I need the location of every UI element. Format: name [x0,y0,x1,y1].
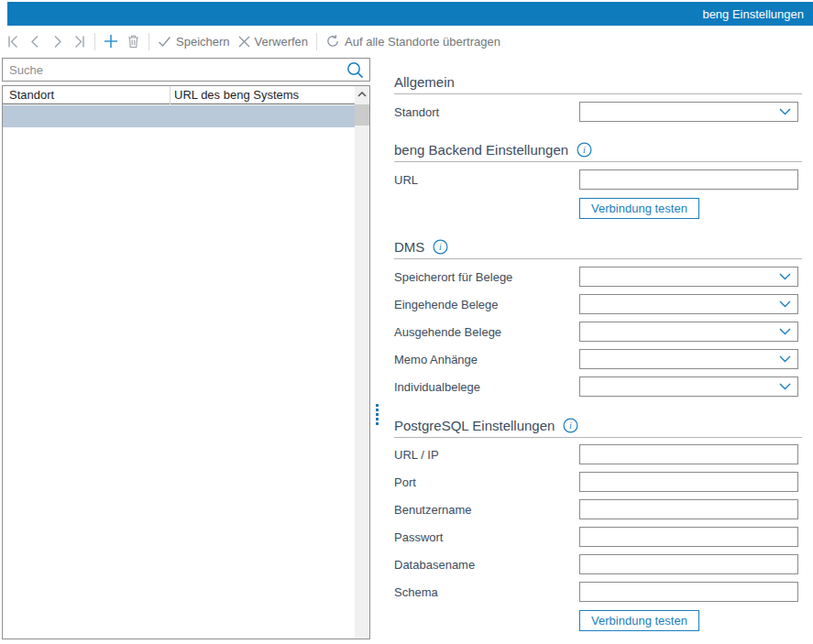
section-title-dms: DMS i [394,239,802,259]
first-record-button[interactable] [6,35,20,49]
info-icon[interactable]: i [577,142,592,158]
titlebar: beng Einstellungen [7,2,813,26]
memo-combobox[interactable] [579,349,798,369]
section-title-text: Allgemein [394,74,455,90]
svg-text:i: i [570,420,573,431]
eingehende-combobox[interactable] [579,294,798,314]
ausgehende-label: Ausgehende Belege [394,325,501,339]
memo-label: Memo Anhänge [394,353,478,366]
sync-icon [325,34,340,49]
next-record-icon [50,35,64,49]
new-record-button[interactable] [104,34,118,49]
schema-label: Schema [394,585,438,599]
url-label: URL [394,173,418,187]
last-record-button[interactable] [72,35,86,49]
section-title-text: beng Backend Einstellungen [394,142,568,158]
panel-splitter-grip[interactable] [376,404,379,426]
benutzername-label: Benutzername [394,503,472,517]
standort-combobox[interactable] [579,102,798,122]
pg-schema-input[interactable] [579,582,798,602]
section-title-backend: beng Backend Einstellungen i [394,142,802,162]
pg-port-input[interactable] [579,472,798,492]
postgresql-test-connection-button[interactable]: Verbindung testen [579,610,699,631]
grip-dot [376,422,379,425]
chevron-down-icon [779,273,791,280]
speicherort-label: Speicherort für Belege [394,270,512,284]
svg-text:i: i [439,242,442,252]
port-label: Port [394,475,416,489]
scrollbar-thumb[interactable] [355,104,369,126]
transfer-all-button[interactable]: Auf alle Standorte übertragen [325,34,500,49]
check-icon [158,36,171,48]
next-record-button[interactable] [50,35,64,49]
eingehende-label: Eingehende Belege [394,298,499,311]
section-title-allgemein: Allgemein [394,74,802,94]
field-standort: Standort [394,102,798,122]
field-speicherort: Speicherort für Belege [394,267,798,287]
field-individual: Individualbelege [394,377,798,397]
transfer-all-label: Auf alle Standorte übertragen [345,35,500,49]
column-header-url[interactable]: URL des beng Systems [170,86,355,104]
search-icon[interactable] [346,60,365,80]
field-databasename: Databasename [394,554,798,574]
speicherort-combobox[interactable] [579,267,798,287]
scroll-up-button[interactable] [355,86,369,103]
pg-password-input[interactable] [579,527,798,547]
grip-dot [376,413,379,416]
toolbar-separator [148,33,149,50]
section-title-text: PostgreSQL Einstellungen [394,418,555,433]
pg-database-input[interactable] [579,554,798,574]
page-title: beng Einstellungen [702,7,804,21]
grip-dot [376,404,379,407]
field-benutzername: Benutzername [394,499,798,519]
backend-url-input[interactable] [579,169,798,190]
info-icon[interactable]: i [563,418,578,433]
plus-icon [104,34,118,49]
grip-dot [376,409,379,411]
pg-url-ip-input[interactable] [579,444,798,464]
svg-text:i: i [583,145,586,155]
delete-record-button[interactable] [126,34,140,49]
field-ausgehende: Ausgehende Belege [394,322,798,342]
pg-username-input[interactable] [579,499,798,519]
urlip-label: URL / IP [394,448,439,462]
backend-test-connection-button[interactable]: Verbindung testen [579,198,699,219]
discard-label: Verwerfen [255,35,309,49]
individual-combobox[interactable] [579,377,798,397]
chevron-down-icon [779,383,791,390]
previous-record-icon [28,35,42,49]
search-box [2,58,370,82]
chevron-down-icon [779,300,791,308]
individual-label: Individualbelege [394,380,480,394]
field-schema: Schema [394,582,798,602]
close-x-icon [238,36,250,48]
trash-icon [126,34,140,49]
last-record-icon [72,35,86,49]
field-eingehende: Eingehende Belege [394,294,798,314]
field-backend-url: URL [394,169,798,190]
previous-record-button[interactable] [28,35,42,49]
field-passwort: Passwort [394,527,798,547]
vertical-scrollbar[interactable] [355,86,369,639]
save-label: Speichern [176,35,230,49]
column-header-standort[interactable]: Standort [3,88,170,102]
discard-button[interactable]: Verwerfen [238,35,309,49]
standort-label: Standort [394,105,439,119]
ausgehende-combobox[interactable] [579,322,798,342]
chevron-up-icon [357,92,367,97]
table-header-row: Standort URL des beng Systems [3,86,355,104]
field-port: Port [394,472,798,492]
table-row[interactable] [3,105,355,127]
chevron-down-icon [779,355,791,363]
first-record-icon [6,35,20,49]
save-button[interactable]: Speichern [158,35,230,49]
search-input[interactable] [3,60,346,80]
toolbar: Speichern Verwerfen Auf alle Standorte ü… [6,30,500,52]
cell-standort [3,105,170,127]
info-icon[interactable]: i [433,239,448,255]
toolbar-separator [316,33,317,50]
field-memo: Memo Anhänge [394,349,798,369]
standort-table: Standort URL des beng Systems [2,85,370,639]
chevron-down-icon [779,328,791,335]
chevron-down-icon [779,108,791,115]
